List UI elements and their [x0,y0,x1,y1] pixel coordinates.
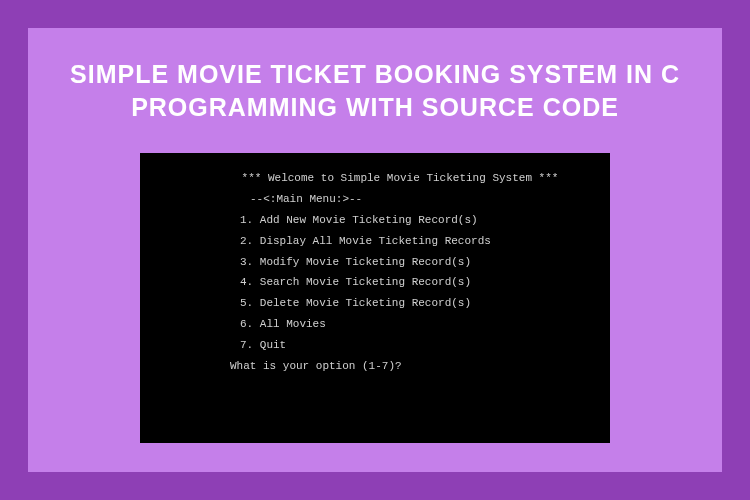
page-title: SIMPLE MOVIE TICKET BOOKING SYSTEM IN C … [28,58,722,123]
terminal-window: *** Welcome to Simple Movie Ticketing Sy… [140,153,610,443]
content-frame: SIMPLE MOVIE TICKET BOOKING SYSTEM IN C … [28,28,722,472]
terminal-menu-item: 1. Add New Movie Ticketing Record(s) [160,210,590,231]
terminal-menu-item: 6. All Movies [160,314,590,335]
terminal-menu-item: 7. Quit [160,335,590,356]
terminal-menu-item: 3. Modify Movie Ticketing Record(s) [160,252,590,273]
terminal-menu-item: 4. Search Movie Ticketing Record(s) [160,272,590,293]
terminal-prompt: What is your option (1-7)? [160,356,590,377]
terminal-menu-header: --<:Main Menu:>-- [160,189,590,210]
terminal-menu-item: 2. Display All Movie Ticketing Records [160,231,590,252]
terminal-welcome: *** Welcome to Simple Movie Ticketing Sy… [160,168,590,189]
terminal-menu-item: 5. Delete Movie Ticketing Record(s) [160,293,590,314]
